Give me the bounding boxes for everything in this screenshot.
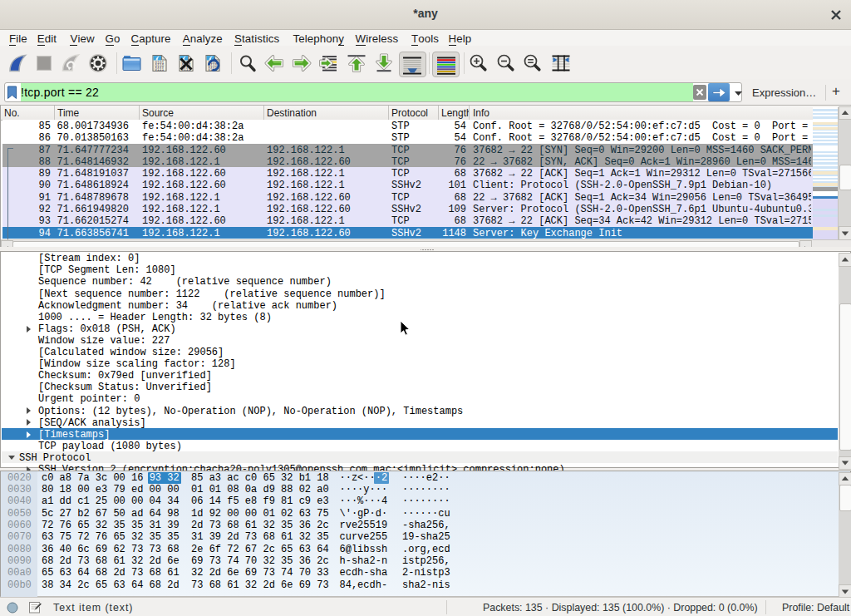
svg-text:0111: 0111 — [155, 67, 164, 71]
